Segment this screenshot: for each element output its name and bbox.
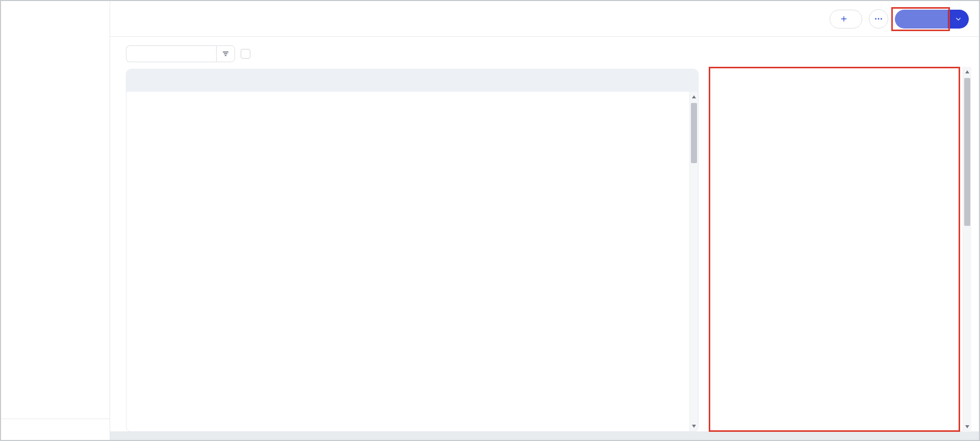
panel-scrollbar[interactable]: [963, 67, 971, 432]
create-new-button[interactable]: [830, 10, 862, 29]
panel-scrollbar-thumb[interactable]: [964, 78, 970, 226]
more-actions-button[interactable]: [869, 9, 888, 29]
main-area: [110, 1, 979, 440]
save-button[interactable]: [895, 10, 948, 29]
sidebar: [1, 1, 110, 440]
filter-icon: [221, 49, 230, 58]
table-scrollbar-thumb[interactable]: [691, 103, 697, 163]
sidebar-footer: [1, 419, 110, 440]
chevron-down-icon: [955, 15, 962, 23]
panel-scroll-down-arrow[interactable]: [963, 423, 971, 431]
header-actions: [830, 9, 969, 29]
save-dropdown-button[interactable]: [948, 10, 969, 29]
table-header-row: [126, 69, 698, 92]
panel-scroll-up-arrow[interactable]: [963, 68, 971, 76]
show-hidden-accounts-checkbox[interactable]: [241, 49, 250, 59]
filter-button[interactable]: [216, 45, 235, 62]
page-bottom-strip: [110, 431, 979, 440]
app-root: [0, 0, 980, 441]
account-detail-panel: [709, 67, 960, 432]
ellipsis-icon: [873, 14, 884, 24]
table-toolbar: [126, 45, 255, 62]
accounts-table: [126, 69, 699, 432]
page-header: [110, 1, 979, 37]
sidebar-main-nav: [1, 1, 110, 12]
search-input[interactable]: [126, 45, 216, 62]
save-split-button: [895, 10, 969, 29]
table-scrollbar[interactable]: [689, 92, 698, 431]
scroll-up-arrow[interactable]: [690, 93, 698, 101]
plus-icon: [840, 15, 848, 23]
scroll-down-arrow[interactable]: [690, 422, 698, 430]
